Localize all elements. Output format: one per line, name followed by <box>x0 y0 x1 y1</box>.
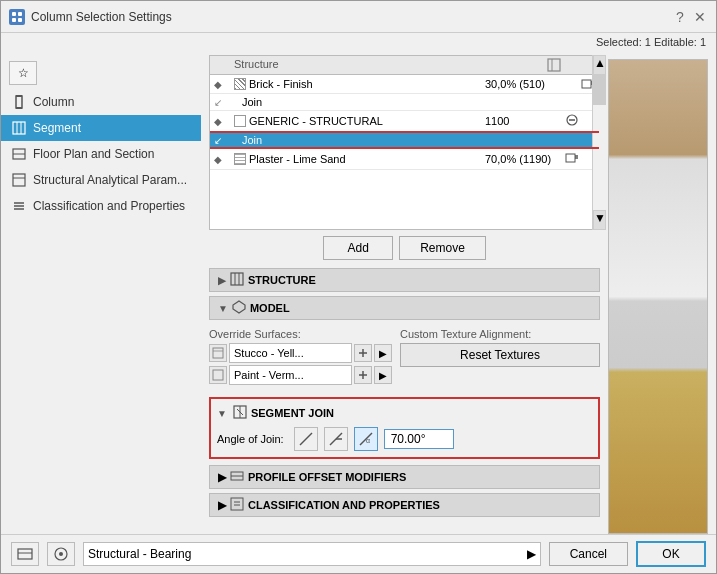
profile-offset-section[interactable]: ▶ PROFILE OFFSET MODIFIERS <box>209 465 600 489</box>
sj-header: ▼ SEGMENT JOIN <box>217 405 592 421</box>
sidebar-item-structural[interactable]: Structural Analytical Param... <box>1 167 201 193</box>
sidebar-item-floor-plan[interactable]: Floor Plan and Section <box>1 141 201 167</box>
row-plaster-name: Plaster - Lime Sand <box>234 153 485 165</box>
segment-join-section: ▼ SEGMENT JOIN Angle of Join: <box>209 397 600 459</box>
brick-pattern-icon <box>234 78 246 90</box>
main-content: ☆ Column Segment Floor Plan and Section <box>1 51 716 534</box>
bottom-bar: Structural - Bearing ▶ Cancel OK <box>1 534 716 573</box>
scrollbar-down[interactable]: ▼ <box>593 210 606 230</box>
right-content: Structure ◆ Br <box>201 51 716 534</box>
profile-icon <box>230 469 244 485</box>
row-brick-actions <box>565 77 595 91</box>
selected-info: Selected: 1 Editable: 1 <box>596 36 706 48</box>
svg-point-54 <box>59 552 63 556</box>
floor-plan-icon <box>11 146 27 162</box>
angle-input[interactable]: 70.00° <box>384 429 454 449</box>
ok-button[interactable]: OK <box>636 541 706 567</box>
help-button[interactable]: ? <box>672 9 688 25</box>
table-row-plaster[interactable]: ◆ Plaster - Lime Sand 70,0% (1190) <box>210 149 599 170</box>
classification-arrow: ▶ <box>218 499 226 512</box>
row-plaster-arrow: ◆ <box>214 154 234 165</box>
header-structure: Structure <box>234 58 485 72</box>
profile-label: PROFILE OFFSET MODIFIERS <box>248 471 406 483</box>
table-header: Structure <box>210 56 599 75</box>
model-arrow: ▼ <box>218 303 228 314</box>
sidebar-item-classification[interactable]: Classification and Properties <box>1 193 201 219</box>
model-section-header[interactable]: ▼ MODEL <box>209 296 600 320</box>
row-generic-name: GENERIC - STRUCTURAL <box>234 115 485 127</box>
table-scrollbar[interactable]: ▲ ▼ <box>592 55 606 230</box>
sidebar-item-segment[interactable]: Segment <box>1 115 201 141</box>
info-bar: Selected: 1 Editable: 1 <box>1 33 716 51</box>
content-with-preview: Structure ◆ Br <box>201 55 716 534</box>
structural-bearing-icon-btn[interactable] <box>47 542 75 566</box>
row-brick-name: Brick - Finish <box>234 78 485 90</box>
svg-rect-27 <box>231 273 243 285</box>
join-btn-2[interactable] <box>324 427 348 451</box>
model-section-label: MODEL <box>250 302 290 314</box>
classification-icon2 <box>230 497 244 513</box>
svg-marker-30 <box>233 301 245 313</box>
sidebar-star-button[interactable]: ☆ <box>9 61 37 85</box>
scrollbar-up[interactable]: ▲ <box>593 55 606 75</box>
svg-rect-3 <box>18 18 22 22</box>
override-label: Override Surfaces: <box>209 328 392 340</box>
structure-section-icon <box>230 272 244 288</box>
structural-bearing-dropdown[interactable]: Structural - Bearing ▶ <box>83 542 541 566</box>
sj-arrow: ▼ <box>217 408 227 419</box>
join-btn-3[interactable]: α <box>354 427 378 451</box>
cancel-button[interactable]: Cancel <box>549 542 628 566</box>
table-row-join-1[interactable]: ↙ Join <box>210 94 599 111</box>
row-plaster-actions <box>565 151 595 167</box>
bottom-icon-btn[interactable] <box>11 542 39 566</box>
structure-section-header[interactable]: ▶ STRUCTURE <box>209 268 600 292</box>
header-icon <box>565 58 595 72</box>
remove-button[interactable]: Remove <box>399 236 486 260</box>
custom-texture-area: Custom Texture Alignment: Reset Textures <box>400 328 600 387</box>
row-join2-arrow: ↙ <box>214 135 234 146</box>
plaster-pattern-icon <box>234 153 246 165</box>
preview-image <box>609 60 707 533</box>
svg-rect-2 <box>12 18 16 22</box>
svg-rect-51 <box>18 549 32 559</box>
surface1-arrow[interactable]: ▶ <box>374 344 392 362</box>
override-surfaces: Override Surfaces: Stucco - Yell... ▶ <box>209 328 392 387</box>
model-section-icon <box>232 300 246 316</box>
svg-rect-4 <box>16 96 22 108</box>
sidebar-item-column[interactable]: Column <box>1 89 201 115</box>
structure-section-label: STRUCTURE <box>248 274 316 286</box>
left-panels: Structure ◆ Br <box>201 55 608 534</box>
surface2-arrow[interactable]: ▶ <box>374 366 392 384</box>
dialog-icon <box>9 9 25 25</box>
table-row-brick[interactable]: ◆ Brick - Finish 30,0% (510) <box>210 75 599 94</box>
row-brick-value: 30,0% (510) <box>485 78 565 90</box>
reset-textures-button[interactable]: Reset Textures <box>400 343 600 367</box>
surface-row-1: Stucco - Yell... ▶ <box>209 343 392 363</box>
table-row-generic[interactable]: ◆ GENERIC - STRUCTURAL 1100 <box>210 111 599 132</box>
classification-section[interactable]: ▶ CLASSIFICATION AND PROPERTIES <box>209 493 600 517</box>
add-remove-row: Add Remove <box>201 230 608 266</box>
dialog-title: Column Selection Settings <box>31 10 672 24</box>
close-button[interactable]: ✕ <box>692 9 708 25</box>
surface2-btn[interactable] <box>354 366 372 384</box>
structural-bearing-label: Structural - Bearing <box>88 547 191 561</box>
sj-content: Angle of Join: α 70.00° <box>217 427 592 451</box>
add-button[interactable]: Add <box>323 236 393 260</box>
surface1-btn[interactable] <box>354 344 372 362</box>
svg-rect-7 <box>13 122 25 134</box>
join-btn-1[interactable] <box>294 427 318 451</box>
preview-panel <box>608 59 708 534</box>
structure-table-wrapper: Structure ◆ Br <box>209 55 600 230</box>
svg-rect-1 <box>18 12 22 16</box>
svg-rect-48 <box>231 498 243 510</box>
table-row-join-2[interactable]: ↙ Join <box>210 132 599 149</box>
profile-arrow: ▶ <box>218 471 226 484</box>
scrollbar-thumb[interactable] <box>593 75 606 105</box>
svg-rect-17 <box>548 59 560 71</box>
row-generic-icon <box>565 113 595 129</box>
custom-texture-label: Custom Texture Alignment: <box>400 328 600 340</box>
svg-rect-19 <box>582 80 591 88</box>
dialog: Column Selection Settings ? ✕ Selected: … <box>0 0 717 574</box>
structure-arrow: ▶ <box>218 275 226 286</box>
title-bar-buttons: ? ✕ <box>672 9 708 25</box>
